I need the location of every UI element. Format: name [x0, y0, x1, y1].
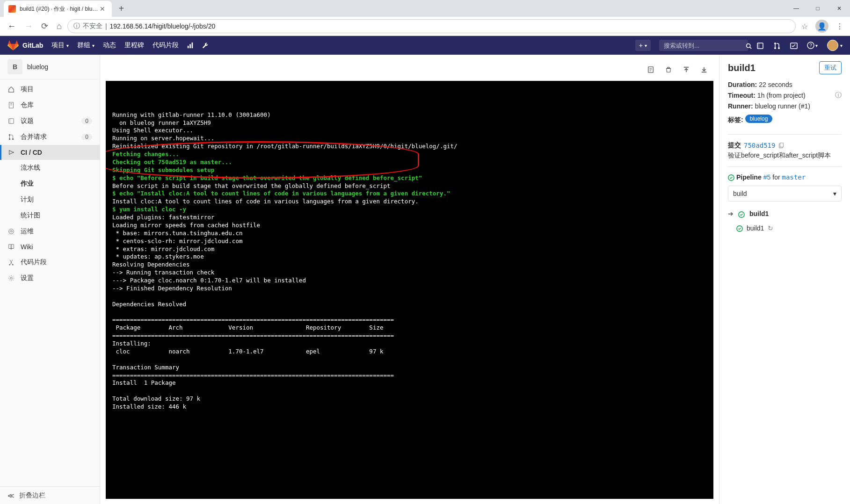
badge: 0	[81, 118, 92, 124]
nav-search[interactable]	[659, 40, 748, 50]
sidebar-item-settings[interactable]: 设置	[0, 270, 100, 286]
nav-help-icon[interactable]: ?▾	[807, 42, 818, 49]
nav-activity[interactable]: 动态	[103, 41, 116, 50]
sidebar-sub-item[interactable]: 计划	[0, 192, 100, 208]
scroll-bottom-icon[interactable]	[697, 63, 711, 76]
pipeline-status-icon	[728, 173, 734, 181]
sidebar-item-wiki[interactable]: Wiki	[0, 239, 100, 254]
pipeline-for: for	[772, 173, 780, 181]
log-line: Before script in build stage that overwr…	[112, 182, 707, 190]
collapse-sidebar[interactable]: ≪ 折叠边栏	[0, 486, 100, 504]
log-line: on bluelog runner 1aXYZ5H9	[112, 119, 707, 127]
svg-point-18	[9, 134, 11, 136]
nav-user-avatar[interactable]: ▾	[827, 40, 843, 51]
window-controls: — □ ✕	[785, 1, 850, 16]
duration-label: Duration:	[728, 81, 757, 88]
ops-icon	[7, 228, 15, 235]
nav-milestones[interactable]: 里程碑	[124, 41, 144, 50]
sidebar-item-cicd[interactable]: CI / CD	[0, 145, 100, 160]
sidebar-item-mr[interactable]: 合并请求0	[0, 129, 100, 145]
window-close[interactable]: ✕	[828, 1, 850, 16]
nav-snippets[interactable]: 代码片段	[153, 41, 179, 50]
gitlab-logo[interactable]: GitLab	[7, 40, 43, 51]
pipeline-branch[interactable]: master	[782, 173, 806, 181]
current-job-arrow-icon: ➔	[728, 210, 734, 217]
address-bar: ← → ⟳ ⌂ ⓘ 不安全 | 192.168.56.14/higit/blue…	[0, 17, 850, 36]
job-log[interactable]: Running with gitlab-runner 11.10.0 (3001…	[106, 81, 713, 499]
svg-point-7	[774, 43, 776, 44]
nav-issues-icon[interactable]	[756, 41, 764, 50]
timeout-help-icon[interactable]: ⓘ	[835, 91, 842, 100]
sub-job-name[interactable]: build1	[747, 224, 764, 232]
sidebar-item-snippets[interactable]: 代码片段	[0, 254, 100, 270]
window-maximize[interactable]: □	[807, 1, 828, 16]
nav-projects[interactable]: 项目▾	[51, 41, 69, 50]
star-icon[interactable]: ☆	[801, 22, 808, 31]
log-line: Running on server.hopewait...	[112, 135, 707, 143]
timeout-label: Timeout:	[728, 92, 756, 99]
log-line: Checking out 750ad519 as master...	[112, 158, 707, 166]
svg-point-20	[12, 138, 14, 140]
window-minimize[interactable]: —	[785, 1, 807, 16]
reload-icon[interactable]: ⟳	[41, 21, 48, 31]
sidebar-item-repo[interactable]: 仓库	[0, 97, 100, 113]
gitlab-logo-icon	[7, 40, 19, 51]
timeout-value: 1h (from project)	[757, 92, 806, 99]
log-line: cloc noarch 1.70-1.el7 epel 97 k	[112, 348, 707, 356]
retry-sub-icon[interactable]: ↻	[768, 224, 773, 232]
stage-job-name[interactable]: build1	[749, 210, 769, 217]
search-input[interactable]	[664, 42, 743, 49]
browser-nav-icons: ← → ⟳ ⌂	[4, 21, 62, 31]
browser-profile-icon[interactable]: 👤	[815, 20, 828, 33]
log-line	[112, 293, 707, 301]
back-icon[interactable]: ←	[7, 22, 16, 31]
wiki-icon	[7, 243, 15, 251]
retry-button[interactable]: 重试	[819, 61, 842, 74]
sidebar-sub-item[interactable]: 统计图	[0, 208, 100, 223]
commit-sha-link[interactable]: 750ad519	[744, 142, 775, 149]
nav-wrench-icon[interactable]	[202, 42, 209, 49]
sidebar-item-issues[interactable]: 议题0	[0, 113, 100, 129]
sidebar-project-header[interactable]: B bluelog	[0, 55, 100, 79]
log-line: $ echo "Before script in build stage tha…	[112, 174, 707, 182]
browser-menu-icon[interactable]: ⋮	[836, 22, 843, 31]
log-line: Package Arch Version Repository Size	[112, 324, 707, 332]
nav-chart-icon[interactable]	[187, 42, 194, 49]
search-icon	[746, 42, 752, 49]
browser-tab[interactable]: build1 (#20) · 作业 · higit / blu… ✕	[4, 1, 112, 17]
sidebar-sub-item[interactable]: 作业	[0, 176, 100, 192]
svg-point-24	[9, 264, 10, 266]
pipeline-id-link[interactable]: #5	[763, 173, 771, 181]
sidebar-item-ops[interactable]: 运维	[0, 223, 100, 239]
log-line: ========================================…	[112, 316, 707, 324]
nav-todo-icon[interactable]	[790, 41, 798, 50]
page-layout: B bluelog 项目仓库议题0合并请求0CI / CD流水线作业计划统计图运…	[0, 55, 850, 504]
sidebar-sub-item[interactable]: 流水线	[0, 160, 100, 176]
home-icon[interactable]: ⌂	[57, 22, 62, 31]
url-box[interactable]: ⓘ 不安全 | 192.168.56.14/higit/bluelog/-/jo…	[67, 19, 796, 33]
tab-close-icon[interactable]: ✕	[98, 5, 107, 13]
nav-groups[interactable]: 群组▾	[77, 41, 94, 50]
log-line: Install 1 Package	[112, 379, 707, 387]
new-tab-button[interactable]: +	[114, 3, 129, 14]
svg-point-23	[11, 231, 12, 232]
forward-icon[interactable]: →	[24, 22, 33, 31]
tab-title: build1 (#20) · 作业 · higit / blu…	[20, 5, 98, 13]
log-line: * extras: mirror.jdcloud.com	[112, 245, 707, 253]
log-line: Resolving Dependencies	[112, 261, 707, 269]
snippets-icon	[7, 259, 15, 266]
erase-log-icon[interactable]	[662, 63, 675, 76]
insecure-icon: ⓘ	[73, 22, 80, 30]
scroll-top-icon[interactable]	[680, 63, 693, 76]
tag-chip: bluelog	[745, 115, 773, 123]
show-raw-icon[interactable]	[644, 63, 657, 76]
nav-plus-button[interactable]: +▾	[635, 40, 651, 51]
runner-label: Runner:	[728, 102, 753, 110]
stage-select[interactable]: build ▾	[728, 186, 842, 202]
copy-sha-icon[interactable]	[778, 142, 785, 149]
nav-mr-icon[interactable]	[773, 41, 781, 50]
svg-point-8	[774, 47, 776, 49]
log-line: Loading mirror speeds from cached hostfi…	[112, 222, 707, 230]
insecure-label: 不安全	[83, 22, 102, 30]
sidebar-item-home[interactable]: 项目	[0, 81, 100, 97]
